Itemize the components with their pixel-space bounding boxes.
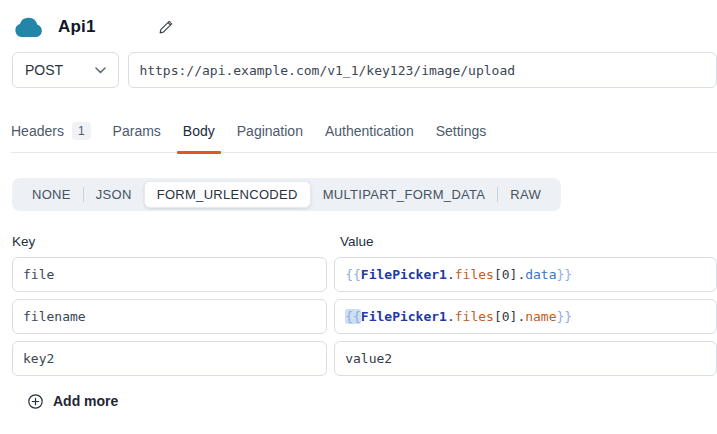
code-token: .: [517, 309, 525, 324]
headers-count-badge: 1: [72, 122, 91, 140]
chevron-down-icon: [95, 67, 106, 74]
page-title: Api1: [58, 17, 96, 37]
edit-name-button[interactable]: [158, 19, 174, 35]
tab-body[interactable]: Body: [183, 122, 215, 152]
code-token: [0]: [494, 309, 517, 324]
value-column-header: Value: [340, 234, 374, 249]
url-input[interactable]: [128, 52, 717, 88]
tab-headers[interactable]: Headers 1: [11, 122, 91, 152]
tab-label: Params: [113, 123, 161, 139]
key-input[interactable]: [12, 257, 327, 292]
code-token: files: [455, 309, 494, 324]
code-token: [0]: [494, 267, 517, 282]
tab-settings[interactable]: Settings: [436, 122, 487, 152]
body-type-none[interactable]: NONE: [20, 181, 83, 208]
method-select[interactable]: POST: [12, 52, 119, 88]
tab-params[interactable]: Params: [113, 122, 161, 152]
form-row: {{FilePicker1.files[0].name}}: [12, 299, 717, 334]
code-token: value2: [345, 351, 392, 366]
body-type-raw[interactable]: RAW: [498, 181, 553, 208]
value-code-field[interactable]: {{FilePicker1.files[0].data}}: [334, 257, 717, 292]
body-type-selector: NONE JSON FORM_URLENCODED MULTIPART_FORM…: [12, 178, 561, 211]
code-token: {{: [345, 309, 361, 324]
code-token: files: [455, 267, 494, 282]
cloud-icon: [12, 16, 44, 38]
code-token: FilePicker1: [361, 267, 447, 282]
method-value: POST: [25, 62, 63, 78]
code-token: }}: [557, 309, 573, 324]
kv-column-headers: Key Value: [12, 234, 717, 249]
code-token: }}: [557, 267, 573, 282]
tab-label: Headers: [11, 123, 64, 139]
tab-authentication[interactable]: Authentication: [325, 122, 414, 152]
request-row: POST: [12, 52, 717, 88]
add-more-label: Add more: [53, 393, 118, 409]
tab-label: Body: [183, 123, 215, 139]
tab-label: Authentication: [325, 123, 414, 139]
tab-label: Pagination: [237, 123, 303, 139]
body-type-form-urlencoded[interactable]: FORM_URLENCODED: [144, 181, 311, 208]
code-token: name: [525, 309, 556, 324]
tab-label: Settings: [436, 123, 487, 139]
key-input[interactable]: [12, 299, 327, 334]
form-row: {{FilePicker1.files[0].data}}: [12, 257, 717, 292]
header: Api1: [12, 10, 717, 44]
key-column-header: Key: [12, 234, 340, 249]
tab-bar: Headers 1 Params Body Pagination Authent…: [11, 122, 717, 153]
code-token: FilePicker1: [361, 309, 447, 324]
value-code-field[interactable]: value2: [334, 341, 717, 376]
tab-pagination[interactable]: Pagination: [237, 122, 303, 152]
body-type-multipart-form-data[interactable]: MULTIPART_FORM_DATA: [311, 181, 498, 208]
value-code-field[interactable]: {{FilePicker1.files[0].name}}: [334, 299, 717, 334]
code-token: data: [525, 267, 556, 282]
pencil-icon: [158, 19, 174, 35]
code-token: .: [447, 309, 455, 324]
plus-circle-icon: [28, 394, 43, 409]
key-input[interactable]: [12, 341, 327, 376]
code-token: .: [517, 267, 525, 282]
body-type-json[interactable]: JSON: [84, 181, 144, 208]
api-editor: Api1 POST Headers 1 Params Body Pagina: [0, 0, 717, 434]
add-more-button[interactable]: Add more: [28, 393, 118, 409]
code-token: {{: [345, 267, 361, 282]
form-row: value2: [12, 341, 717, 376]
code-token: .: [447, 267, 455, 282]
